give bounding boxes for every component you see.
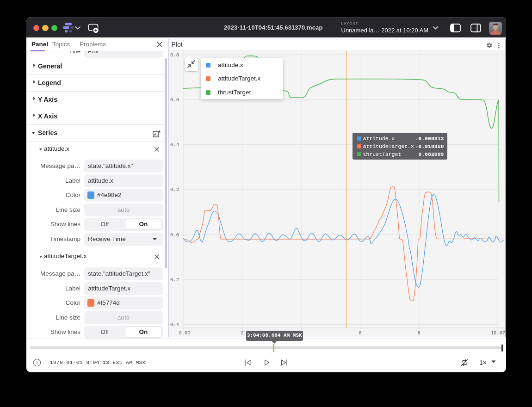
svg-text:0.8: 0.8 (170, 52, 179, 57)
svg-text:0.6: 0.6 (170, 97, 179, 102)
svg-text:2: 2 (241, 330, 243, 336)
svg-text:10.67: 10.67 (490, 330, 505, 336)
svg-text:0.4: 0.4 (170, 142, 179, 148)
svg-text:0.00: 0.00 (179, 330, 190, 336)
svg-text:6: 6 (359, 330, 361, 336)
svg-text:-0.4: -0.4 (168, 321, 179, 327)
svg-text:0.0: 0.0 (170, 232, 179, 237)
svg-text:0.2: 0.2 (170, 187, 179, 192)
svg-text:8: 8 (417, 330, 420, 336)
svg-text:-0.2: -0.2 (168, 277, 179, 282)
